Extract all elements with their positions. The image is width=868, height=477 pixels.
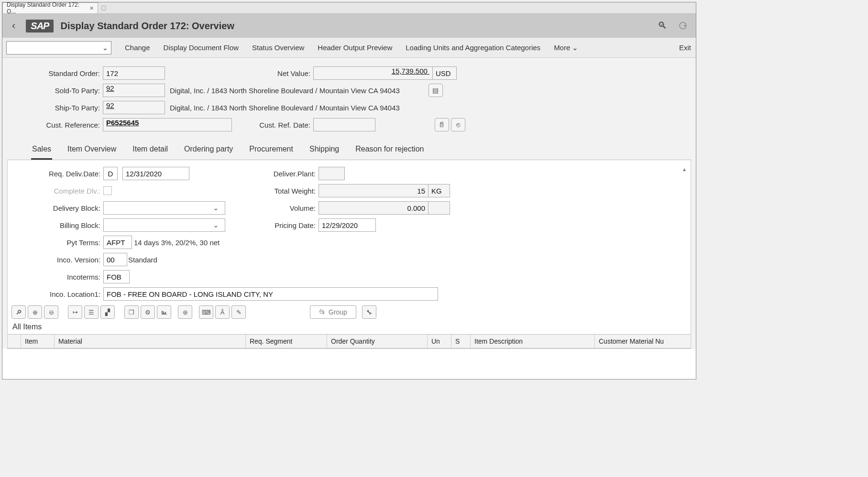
status-overview-button[interactable]: Status Overview xyxy=(252,43,304,52)
add-icon[interactable]: ⊕ xyxy=(28,305,42,319)
pyt-terms-field[interactable] xyxy=(103,236,132,249)
scroll-up-icon[interactable]: ▴ xyxy=(683,166,690,173)
titlebar: ‹ SAP Display Standard Order 172: Overvi… xyxy=(2,14,696,38)
cost-icon[interactable]: ⊛ xyxy=(178,305,192,319)
col-item-desc[interactable]: Item Description xyxy=(471,335,595,348)
standard-order-field[interactable] xyxy=(103,66,165,80)
lab-icon[interactable]: Å xyxy=(215,305,230,319)
inco-location1-field[interactable] xyxy=(103,287,438,301)
change-button[interactable]: Change xyxy=(125,43,150,52)
req-deliv-type-field[interactable] xyxy=(103,167,118,180)
loading-units-button[interactable]: Loading Units and Aggregation Categories xyxy=(406,43,540,52)
col-material[interactable]: Material xyxy=(55,335,246,348)
col-order-qty[interactable]: Order Quantity xyxy=(327,335,428,348)
tab-procurement[interactable]: Procurement xyxy=(248,142,294,160)
new-tab-icon[interactable]: ▢ xyxy=(98,2,109,13)
tab-sales[interactable]: Sales xyxy=(31,142,52,160)
col-item[interactable]: Item xyxy=(21,335,55,348)
search-icon[interactable]: 🔍︎ xyxy=(658,20,667,32)
command-combo[interactable]: ⌄ xyxy=(6,41,111,54)
exit-button[interactable]: Exit xyxy=(679,43,692,52)
col-s[interactable]: S xyxy=(451,335,471,348)
group-label: Group xyxy=(329,308,347,316)
deliver-plant-field[interactable] xyxy=(319,167,345,180)
tab-item-detail[interactable]: Item detail xyxy=(132,142,169,160)
ship-to-address: Digital, Inc. / 1843 North Shoreline Bou… xyxy=(165,104,400,112)
tab-item-overview[interactable]: Item Overview xyxy=(66,142,117,160)
complete-dlv-checkbox[interactable] xyxy=(103,186,112,195)
total-weight-unit[interactable] xyxy=(429,184,450,197)
total-weight-field[interactable] xyxy=(319,184,429,197)
volume-label: Volume: xyxy=(225,204,319,212)
item-toolbar: 🔎︎ ⊕ ⊖ ↦ ☰ ▞ ❐ ⚙︎ 📊︎ ⊛ ⌨ Å ✎ 📂︎ Grou xyxy=(8,303,691,322)
back-icon[interactable]: ‹ xyxy=(8,20,19,32)
volume-field[interactable] xyxy=(319,201,429,215)
pricing-date-label: Pricing Date: xyxy=(225,221,319,229)
col-select[interactable] xyxy=(8,335,21,348)
sales-panel: ▴ Req. Deliv.Date: Deliver.Plant: Comple… xyxy=(7,160,691,349)
col-un[interactable]: Un xyxy=(428,335,451,348)
cust-ref-date-field[interactable] xyxy=(313,118,375,131)
chevron-down-icon: ⌄ xyxy=(213,221,222,229)
display-doc-icon[interactable]: 📄︎ xyxy=(435,118,449,131)
more-button[interactable]: More ⌄ xyxy=(554,43,578,52)
col-req-segment[interactable]: Req. Segment xyxy=(246,335,327,348)
inco-version-label: Inco. Version: xyxy=(8,256,103,264)
sold-to-address: Digital, Inc. / 1843 North Shoreline Bou… xyxy=(165,87,400,95)
tab-reason-rejection[interactable]: Reason for rejection xyxy=(354,142,425,160)
keyboard-icon[interactable]: ⌨ xyxy=(199,305,213,319)
tools-icon[interactable]: 🔧︎ xyxy=(362,305,376,319)
billing-block-combo[interactable]: ⌄ xyxy=(103,218,225,232)
net-value-field[interactable]: 15,739.500 xyxy=(313,66,433,80)
inco-version-field[interactable] xyxy=(103,253,127,266)
partner-detail-icon[interactable]: ▤ xyxy=(429,84,443,97)
group-button[interactable]: 📂︎ Group xyxy=(310,305,356,319)
checklist-icon[interactable]: ☰ xyxy=(84,305,99,319)
remove-icon[interactable]: ⊖ xyxy=(44,305,58,319)
cust-ref-field[interactable]: P6525645 xyxy=(103,118,232,131)
tab-shipping[interactable]: Shipping xyxy=(308,142,340,160)
col-cust-material[interactable]: Customer Material Nu xyxy=(595,335,691,348)
copy-icon[interactable]: ❐ xyxy=(124,305,139,319)
net-value-label: Net Value: xyxy=(165,69,313,77)
header-details-icon[interactable]: ⎋ xyxy=(451,118,465,131)
req-deliv-date-field[interactable] xyxy=(122,167,189,180)
delivery-block-label: Delivery Block: xyxy=(8,204,103,212)
currency-field[interactable] xyxy=(433,66,457,80)
items-grid-header: Item Material Req. Segment Order Quantit… xyxy=(8,334,691,348)
incoterms-field[interactable] xyxy=(103,270,130,283)
window-tab-title: Display Standard Order 172: O... xyxy=(7,1,87,15)
action-toolbar: ⌄ Change Display Document Flow Status Ov… xyxy=(2,38,696,58)
window-tab[interactable]: Display Standard Order 172: O... ✕ xyxy=(2,2,98,13)
tab-ordering-party[interactable]: Ordering party xyxy=(183,142,234,160)
sold-to-label: Sold-To Party: xyxy=(7,87,103,95)
list-icon[interactable]: ▞ xyxy=(100,305,115,319)
pyt-terms-label: Pyt Terms: xyxy=(8,238,103,247)
sap-window: Display Standard Order 172: O... ✕ ▢ ‹ S… xyxy=(2,2,696,379)
cust-ref-date-label: Cust. Ref. Date: xyxy=(232,121,313,129)
folder-icon: 📂︎ xyxy=(319,308,326,316)
edit-icon[interactable]: ✎ xyxy=(231,305,246,319)
chart-icon[interactable]: 📊︎ xyxy=(157,305,171,319)
total-weight-label: Total Weight: xyxy=(112,187,319,195)
volume-unit[interactable] xyxy=(429,201,450,215)
header-output-preview-button[interactable]: Header Output Preview xyxy=(318,43,392,52)
cust-ref-label: Cust. Reference: xyxy=(7,121,103,129)
ship-to-field[interactable]: 92 xyxy=(103,101,165,114)
section-tabs: Sales Item Overview Item detail Ordering… xyxy=(7,133,691,160)
header-form: Standard Order: Net Value: 15,739.500 So… xyxy=(2,58,696,349)
sold-to-field[interactable]: 92 xyxy=(103,84,165,97)
config-icon[interactable]: ⚙︎ xyxy=(141,305,155,319)
find-icon[interactable]: 🔎︎ xyxy=(11,305,26,319)
delivery-block-combo[interactable]: ⌄ xyxy=(103,201,225,215)
document-flow-button[interactable]: Display Document Flow xyxy=(164,43,239,52)
user-icon[interactable]: ⚆ xyxy=(679,20,687,32)
pricing-date-field[interactable] xyxy=(319,218,376,232)
page-title: Display Standard Order 172: Overview xyxy=(60,21,234,32)
chevron-down-icon: ⌄ xyxy=(213,204,222,212)
window-tab-bar: Display Standard Order 172: O... ✕ ▢ xyxy=(2,2,696,14)
complete-dlv-label: Complete Dlv.: xyxy=(8,187,103,195)
detail-icon[interactable]: ↦ xyxy=(68,305,82,319)
ship-to-label: Ship-To Party: xyxy=(7,104,103,112)
close-icon[interactable]: ✕ xyxy=(89,5,94,11)
